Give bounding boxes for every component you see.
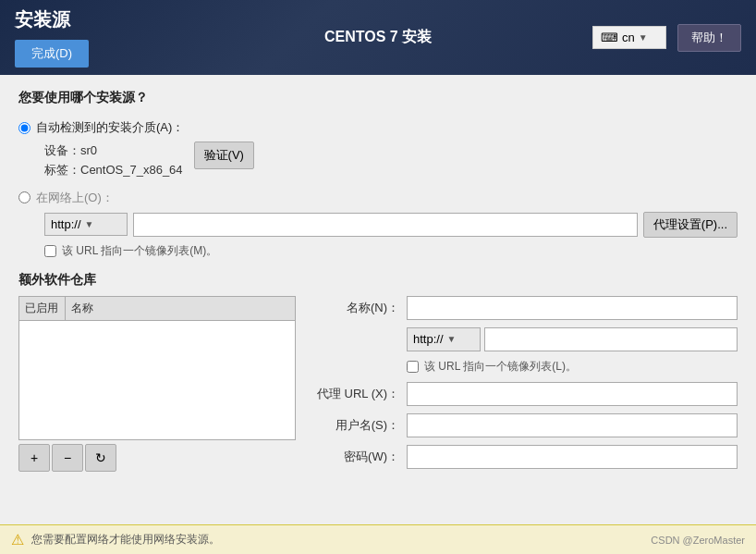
lang-code: cn: [622, 31, 635, 44]
password-row: 密码(W)：: [307, 445, 738, 469]
repo-mirror-checkbox[interactable]: [407, 361, 419, 373]
online-label: 在网络上(O)：: [36, 190, 114, 206]
repo-name-input[interactable]: [407, 296, 738, 320]
warning-icon: ⚠: [11, 531, 24, 548]
device-info: 设备：sr0 标签：CentOS_7_x86_64 验证(V): [44, 142, 738, 180]
mirror-label: 该 URL 指向一个镜像列表(M)。: [62, 243, 217, 259]
url-input[interactable]: [133, 213, 638, 237]
repo-protocol-value: http://: [413, 332, 444, 346]
source-question: 您要使用哪个安装源？: [18, 90, 738, 106]
col-name: 名称: [66, 297, 295, 320]
header-left: 安装源 完成(D): [15, 7, 89, 68]
status-message: 您需要配置网络才能使用网络安装源。: [31, 532, 220, 548]
header-right: ⌨ cn ▼ 帮助！: [592, 24, 741, 52]
chevron-down-icon: ▼: [639, 32, 648, 43]
done-button[interactable]: 完成(D): [15, 40, 89, 68]
proxy-url-input[interactable]: [407, 382, 738, 406]
password-label: 密码(W)：: [307, 449, 399, 465]
repo-list-container: 已启用 名称 + − ↻: [18, 296, 296, 472]
center-title: CENTOS 7 安装: [324, 28, 432, 47]
repo-url-protocol-select[interactable]: http:// ▼: [407, 327, 481, 351]
remove-repo-button[interactable]: −: [52, 444, 83, 472]
username-row: 用户名(S)：: [307, 413, 738, 437]
watermark: CSDN @ZeroMaster: [651, 535, 745, 546]
username-input[interactable]: [407, 413, 738, 437]
device-info-text: 设备：sr0 标签：CentOS_7_x86_64: [44, 142, 183, 180]
source-radio-group: 自动检测到的安装介质(A)： 设备：sr0 标签：CentOS_7_x86_64…: [18, 119, 738, 259]
tag-label: 标签：: [44, 163, 80, 177]
mirror-check-row: 该 URL 指向一个镜像列表(M)。: [44, 243, 738, 259]
auto-detect-radio-item: 自动检测到的安装介质(A)：: [18, 119, 738, 136]
page-title: 安装源: [15, 7, 89, 32]
repo-url-input[interactable]: [484, 327, 738, 351]
mirror-checkbox[interactable]: [44, 245, 56, 257]
repo-form: 名称(N)： http:// ▼ 该 URL 指向一个镜像列表(L)。: [307, 296, 738, 472]
password-input[interactable]: [407, 445, 738, 469]
username-label: 用户名(S)：: [307, 417, 399, 434]
protocol-value: http://: [51, 217, 81, 231]
header: 安装源 完成(D) CENTOS 7 安装 ⌨ cn ▼ 帮助！: [0, 0, 756, 75]
proxy-url-row: 代理 URL (X)：: [307, 382, 738, 406]
auto-detect-label: 自动检测到的安装介质(A)：: [36, 119, 184, 136]
online-radio[interactable]: [18, 191, 30, 203]
repo-name-label: 名称(N)：: [307, 300, 399, 316]
device-label: 设备：: [44, 143, 80, 157]
help-button[interactable]: 帮助！: [677, 24, 741, 52]
add-repo-button[interactable]: +: [18, 444, 50, 472]
proxy-url-label: 代理 URL (X)：: [307, 386, 399, 402]
repo-url-input-group: http:// ▼: [407, 327, 738, 351]
url-protocol-select[interactable]: http:// ▼: [44, 213, 128, 236]
refresh-repo-button[interactable]: ↻: [85, 444, 116, 472]
repo-list-actions: + − ↻: [18, 444, 296, 472]
keyboard-icon: ⌨: [601, 31, 618, 44]
language-selector[interactable]: ⌨ cn ▼: [592, 26, 666, 49]
repo-list-header: 已启用 名称: [18, 296, 296, 320]
extra-repos-container: 已启用 名称 + − ↻ 名称(N)： http://: [18, 296, 738, 472]
repo-mirror-check-row: 该 URL 指向一个镜像列表(L)。: [407, 359, 738, 375]
url-row: http:// ▼ 代理设置(P)...: [44, 212, 738, 238]
repo-mirror-label: 该 URL 指向一个镜像列表(L)。: [424, 359, 577, 375]
device-value: sr0: [80, 143, 97, 157]
status-bar: ⚠ 您需要配置网络才能使用网络安装源。 CSDN @ZeroMaster: [0, 524, 756, 554]
repo-list-body[interactable]: [18, 320, 296, 440]
main-content: 您要使用哪个安装源？ 自动检测到的安装介质(A)： 设备：sr0 标签：Cent…: [0, 75, 756, 524]
col-enabled: 已启用: [19, 297, 66, 320]
chevron-down-icon: ▼: [447, 334, 457, 344]
repo-url-row: http:// ▼: [307, 327, 738, 351]
repo-name-row: 名称(N)：: [307, 296, 738, 320]
chevron-down-icon: ▼: [85, 219, 94, 229]
verify-button[interactable]: 验证(V): [194, 142, 254, 169]
proxy-button[interactable]: 代理设置(P)...: [643, 212, 738, 238]
online-radio-item: 在网络上(O)：: [18, 190, 738, 206]
auto-detect-radio[interactable]: [18, 122, 30, 134]
tag-value: CentOS_7_x86_64: [80, 163, 183, 177]
extra-repos-title: 额外软件仓库: [18, 272, 738, 289]
